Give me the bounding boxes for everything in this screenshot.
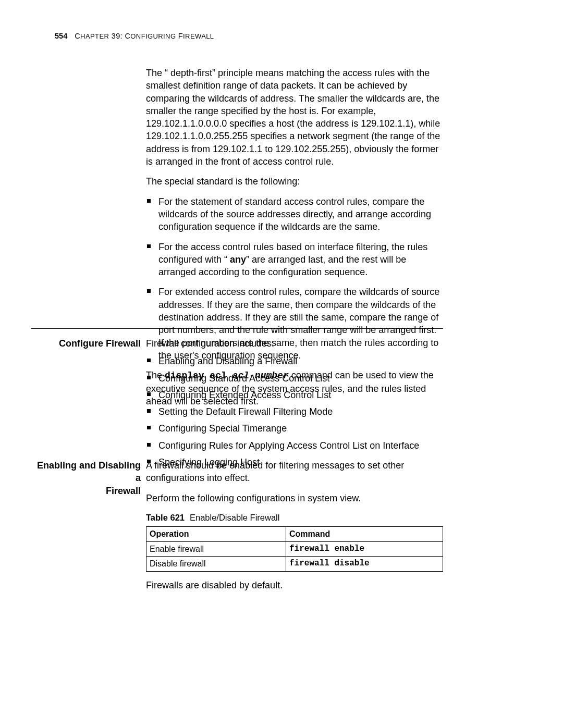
para-special-standard: The special standard is the following: <box>146 175 443 188</box>
section-divider <box>31 328 443 329</box>
list-item: For the access control rules based on in… <box>146 241 443 279</box>
para-enable-instr: Perform the following configurations in … <box>146 492 443 504</box>
list-item: Configuring Rules for Applying Access Co… <box>146 439 443 452</box>
para-enable-intro: A firewall should be enabled for filteri… <box>146 459 443 485</box>
configure-firewall-body: Firewall configuration includes: Enablin… <box>146 337 443 476</box>
para-default-disabled: Firewalls are disabled by default. <box>146 579 443 591</box>
subsection-title-enable-disable: Enabling and Disabling a Firewall <box>31 459 141 497</box>
th-operation: Operation <box>146 527 286 542</box>
cell-operation: Enable firewall <box>146 541 286 557</box>
chapter-line: CHAPTER 39: CONFIGURING FIREWALL <box>75 32 214 40</box>
list-item: Setting the Default Firewall Filtering M… <box>146 405 443 418</box>
configure-list: Enabling and Disabling a Firewall Config… <box>146 355 443 468</box>
table-caption: Table 621Enable/Disable Firewall <box>146 512 443 523</box>
table-row: Disable firewall firewall disable <box>146 557 443 572</box>
enable-disable-body: A firewall should be enabled for filteri… <box>146 459 443 599</box>
table-header-row: Operation Command <box>146 527 443 542</box>
th-command: Command <box>286 527 443 542</box>
page-header: 554 CHAPTER 39: CONFIGURING FIREWALL <box>55 31 443 42</box>
list-item: Configuring Special Timerange <box>146 422 443 435</box>
cell-operation: Disable firewall <box>146 557 286 572</box>
page-number: 554 <box>55 32 67 40</box>
list-item: Configuring Extended Access Control List <box>146 389 443 401</box>
list-item: Enabling and Disabling a Firewall <box>146 355 443 367</box>
cell-command: firewall disable <box>286 557 443 572</box>
configure-intro: Firewall configuration includes: <box>146 337 443 350</box>
list-item: Configuring Standard Access Control List <box>146 372 443 385</box>
cell-command: firewall enable <box>286 541 443 557</box>
section-title-configure-firewall: Configure Firewall <box>31 337 141 350</box>
list-item: For the statement of standard access con… <box>146 195 443 233</box>
para-depth-first: The “ depth-first” principle means match… <box>146 67 443 168</box>
table-row: Enable firewall firewall enable <box>146 541 443 557</box>
table-enable-disable: Operation Command Enable firewall firewa… <box>146 526 443 572</box>
